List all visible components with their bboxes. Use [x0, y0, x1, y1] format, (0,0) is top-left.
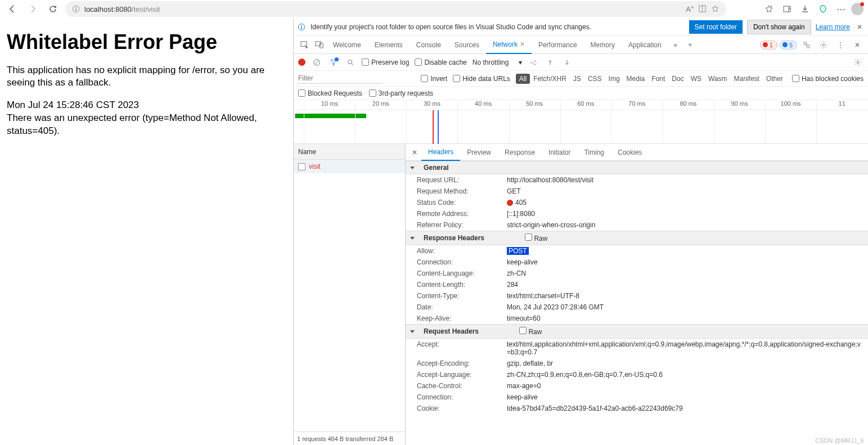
svg-point-17 [822, 44, 825, 46]
request-details: ✕ HeadersPreviewResponseInitiatorTimingC… [406, 144, 868, 445]
filter-type-ws[interactable]: WS [687, 74, 705, 84]
tab-memory[interactable]: Memory [584, 36, 622, 54]
filter-toggle-icon[interactable] [328, 57, 339, 68]
timeline-tick: 10 ms [321, 100, 338, 107]
read-aloud-icon[interactable]: A» [686, 5, 694, 14]
disable-cache-checkbox[interactable]: Disable cache [415, 59, 466, 66]
filter-row-2: Blocked Requests 3rd-party requests [294, 87, 868, 100]
export-icon[interactable] [561, 57, 573, 68]
downloads-icon[interactable] [797, 1, 813, 17]
add-tab-icon[interactable]: + [683, 38, 698, 52]
watermark: CSDN @MRJJ_9 [815, 437, 863, 444]
learn-more-link[interactable]: Learn more [816, 23, 850, 31]
request-name: visit [309, 163, 321, 170]
header-row: Remote Address:[::1]:8080 [406, 208, 868, 219]
settings-icon[interactable] [816, 38, 831, 52]
request-status-bar: 1 requests 484 B transferred 284 B [294, 431, 405, 445]
reader-icon[interactable] [698, 5, 707, 13]
extensions-icon[interactable] [815, 1, 831, 17]
detail-tab-initiator[interactable]: Initiator [542, 144, 577, 161]
detail-tab-preview[interactable]: Preview [460, 144, 498, 161]
clear-icon[interactable] [311, 57, 322, 68]
filter-type-wasm[interactable]: Wasm [705, 74, 731, 84]
devtools-close-icon[interactable]: ✕ [850, 38, 865, 52]
detail-tab-headers[interactable]: Headers [421, 144, 460, 161]
close-icon[interactable]: ✕ [520, 41, 525, 48]
request-list-header[interactable]: Name [294, 144, 405, 160]
has-blocked-cookies-checkbox[interactable]: Has blocked cookies [792, 75, 863, 83]
record-button[interactable] [298, 59, 305, 66]
svg-point-1 [75, 7, 77, 8]
filter-type-manifest[interactable]: Manifest [731, 74, 763, 84]
favorites-icon[interactable] [761, 1, 777, 17]
filter-input[interactable] [298, 73, 383, 84]
inspect-icon[interactable] [297, 38, 312, 52]
tab-welcome[interactable]: Welcome [326, 36, 368, 54]
raw-checkbox[interactable]: Raw [525, 233, 547, 242]
device-toggle-icon[interactable] [312, 38, 326, 52]
filter-type-font[interactable]: Font [648, 74, 668, 84]
issues-icon[interactable] [799, 38, 814, 52]
detail-tab-cookies[interactable]: Cookies [611, 144, 649, 161]
filter-type-media[interactable]: Media [623, 74, 649, 84]
section-request-headers[interactable]: Request Headers Raw [406, 324, 868, 339]
search-icon[interactable] [345, 57, 356, 68]
svg-line-19 [315, 60, 319, 64]
filter-type-js[interactable]: JS [570, 74, 584, 84]
fallback-message: This application has no explicit mapping… [7, 64, 293, 89]
network-settings-icon[interactable] [852, 57, 863, 68]
throttling-select[interactable]: No throttling ▾ [473, 59, 523, 66]
request-row-visit[interactable]: visit [294, 160, 405, 173]
tab-network[interactable]: Network✕ [486, 36, 532, 54]
section-response-headers[interactable]: Response Headers Raw [406, 231, 868, 245]
detail-tabs: ✕ HeadersPreviewResponseInitiatorTimingC… [406, 144, 868, 161]
more-tabs-icon[interactable]: » [668, 38, 683, 52]
import-icon[interactable] [545, 57, 556, 68]
menu-icon[interactable]: ⋯ [833, 1, 849, 17]
tab-performance[interactable]: Performance [532, 36, 584, 54]
dont-show-again-button[interactable]: Don't show again [747, 20, 811, 34]
header-row: Content-Type:text/html;charset=UTF-8 [406, 290, 868, 302]
filter-type-doc[interactable]: Doc [668, 74, 687, 84]
tab-console[interactable]: Console [410, 36, 448, 54]
tab-elements[interactable]: Elements [368, 36, 410, 54]
third-party-checkbox[interactable]: 3rd-party requests [369, 89, 433, 97]
info-count-badge[interactable]: 5 [780, 41, 797, 50]
request-list: Name visit 1 requests 484 B transferred … [294, 144, 406, 445]
forward-button[interactable] [25, 1, 41, 17]
filter-type-fetchxhr[interactable]: Fetch/XHR [530, 74, 570, 84]
header-row: Connection:keep-alive [406, 257, 868, 268]
section-general[interactable]: General [406, 161, 868, 174]
back-button[interactable] [5, 1, 20, 17]
profile-avatar[interactable] [851, 3, 863, 15]
address-bar[interactable]: localhost:8080/test/visit A» [65, 1, 726, 17]
filter-row: Invert Hide data URLs AllFetch/XHRJSCSSI… [294, 71, 868, 87]
favorite-icon[interactable] [711, 5, 719, 13]
svg-point-9 [301, 25, 302, 26]
tab-sources[interactable]: Sources [448, 36, 486, 54]
infobar-close-icon[interactable]: ✕ [857, 23, 862, 31]
info-icon [297, 23, 306, 32]
infobar-text: Identify your project's root folder to o… [311, 23, 685, 31]
collections-icon[interactable] [779, 1, 795, 17]
reload-button[interactable] [45, 1, 61, 17]
close-details-icon[interactable]: ✕ [408, 146, 421, 159]
error-detail: There was an unexpected error (type=Meth… [7, 112, 293, 138]
network-conditions-icon[interactable] [528, 57, 539, 68]
filter-type-css[interactable]: CSS [584, 74, 605, 84]
error-count-badge[interactable]: 1 [760, 41, 777, 50]
network-timeline[interactable]: 10 ms20 ms30 ms40 ms50 ms60 ms70 ms80 ms… [294, 100, 868, 144]
filter-type-other[interactable]: Other [763, 74, 786, 84]
blocked-requests-checkbox[interactable]: Blocked Requests [298, 89, 362, 97]
kebab-icon[interactable]: ⋮ [833, 38, 848, 52]
preserve-log-checkbox[interactable]: Preserve log [362, 59, 409, 66]
filter-type-all[interactable]: All [516, 74, 530, 84]
raw-checkbox[interactable]: Raw [519, 327, 542, 336]
set-root-folder-button[interactable]: Set root folder [689, 20, 743, 34]
tab-application[interactable]: Application [622, 36, 668, 54]
detail-tab-timing[interactable]: Timing [577, 144, 611, 161]
hide-data-urls-checkbox[interactable]: Hide data URLs [453, 75, 510, 83]
filter-type-img[interactable]: Img [605, 74, 623, 84]
detail-tab-response[interactable]: Response [498, 144, 542, 161]
invert-checkbox[interactable]: Invert [421, 75, 447, 83]
